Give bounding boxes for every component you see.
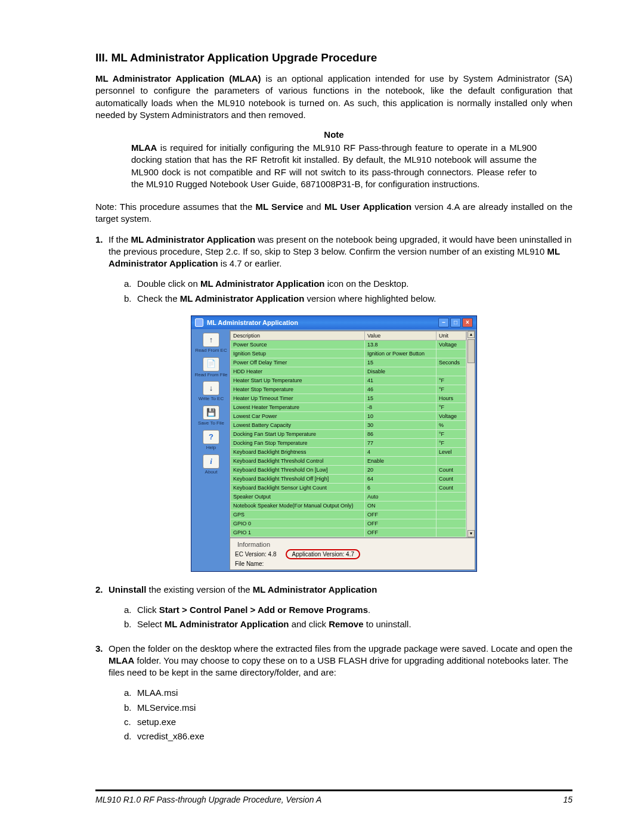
fd-t: vcredist_x86.exe [137, 730, 572, 742]
s1a-pre: Double click on [137, 278, 200, 289]
cell-value[interactable]: ON [365, 501, 436, 510]
cell-unit [436, 456, 466, 465]
table-row[interactable]: Ignition SetupIgnition or Power Button [231, 349, 466, 358]
cell-value[interactable]: Auto [365, 492, 436, 501]
s2b-post: to uninstall. [364, 619, 411, 629]
cell-unit [436, 519, 466, 528]
table-row[interactable]: HDD HeaterDisable [231, 367, 466, 376]
step-2-sublist: a. Click Start > Control Panel > Add or … [109, 604, 572, 631]
cell-description: Speaker Output [231, 492, 365, 501]
procedure-list-continued: 2. Uninstall the existing version of the… [95, 584, 572, 745]
cell-value[interactable]: OFF [365, 528, 436, 537]
cell-description: Heater Up Timeout Timer [231, 394, 365, 402]
table-row[interactable]: Lowest Car Power10Voltage [231, 411, 466, 420]
table-row[interactable]: Heater Up Timeout Timer15Hours [231, 394, 466, 402]
table-row[interactable]: Docking Fan Stop Temperature77°F [231, 438, 466, 447]
cell-value[interactable]: 15 [365, 394, 436, 402]
cell-description: Notebook Speaker Mode(For Manual Output … [231, 501, 365, 510]
table-row[interactable]: GPIO 0OFF [231, 519, 466, 528]
table-row[interactable]: Notebook Speaker Mode(For Manual Output … [231, 501, 466, 510]
cell-value[interactable]: 30 [365, 420, 436, 429]
cell-unit: Level [436, 447, 466, 456]
table-row[interactable]: Lowest Battery Capacity30% [231, 420, 466, 429]
step-1: 1. If the ML Administrator Application w… [95, 234, 572, 307]
table-row[interactable]: Lowest Heater Temperature-8°F [231, 402, 466, 411]
table-row[interactable]: Heater Stop Temperature46°F [231, 385, 466, 394]
cell-unit: Count [436, 474, 466, 483]
table-row[interactable]: Keyboard Backlight Threshold Off [High]6… [231, 474, 466, 483]
cell-value[interactable]: 13.8 [365, 340, 436, 349]
ec-version-label: EC Version: 4.8 [235, 551, 276, 558]
cell-value[interactable]: Ignition or Power Button [365, 349, 436, 358]
read-from-ec-label: Read From EC [195, 348, 227, 354]
step-1-content: If the ML Administrator Application was … [109, 234, 572, 307]
save-icon: 💾 [203, 405, 219, 420]
cell-value[interactable]: -8 [365, 402, 436, 411]
s2a-post: . [368, 605, 370, 615]
table-row[interactable]: Power Source13.8Voltage [231, 340, 466, 349]
cell-value[interactable]: 15 [365, 358, 436, 367]
scroll-thumb[interactable] [467, 339, 475, 363]
document-page: III. ML Administrator Application Upgrad… [0, 0, 644, 833]
arrow-up-icon: ↑ [203, 333, 219, 347]
cell-value[interactable]: Disable [365, 367, 436, 376]
table-row[interactable]: Keyboard Backlight Sensor Light Count6Co… [231, 483, 466, 492]
table-row[interactable]: Keyboard Backlight Threshold ControlEnab… [231, 456, 466, 465]
step-3: 3. Open the folder on the desktop where … [95, 643, 572, 745]
write-to-ec-button[interactable]: ↓ Write To EC [199, 381, 224, 402]
intro-paragraph: ML Administrator Application (MLAA) is a… [95, 73, 572, 121]
cell-value[interactable]: 77 [365, 438, 436, 447]
cell-unit: Count [436, 465, 466, 474]
table-row[interactable]: Heater Start Up Temperature41°F [231, 376, 466, 385]
vertical-scrollbar[interactable]: ▴ ▾ [466, 331, 475, 537]
cell-value[interactable]: 46 [365, 385, 436, 394]
cell-value[interactable]: 4 [365, 447, 436, 456]
s1b-pre: Check the [137, 293, 180, 304]
save-to-file-label: Save To File [198, 421, 224, 426]
cell-value[interactable]: OFF [365, 519, 436, 528]
file-d: d.vcredist_x86.exe [124, 730, 572, 742]
info-icon: i [203, 454, 219, 469]
read-from-file-button[interactable]: 📄 Read From File [194, 357, 227, 378]
cell-unit: Voltage [436, 340, 466, 349]
cell-value[interactable]: 64 [365, 474, 436, 483]
read-from-file-label: Read From File [194, 373, 227, 378]
cell-value[interactable]: 86 [365, 429, 436, 438]
table-row[interactable]: GPSOFF [231, 510, 466, 519]
table-row[interactable]: Speaker OutputAuto [231, 492, 466, 501]
step-2-number: 2. [95, 584, 109, 633]
cell-value[interactable]: OFF [365, 510, 436, 519]
about-button[interactable]: i About [203, 454, 219, 475]
read-from-ec-button[interactable]: ↑ Read From EC [195, 333, 227, 354]
s2b-mid: and click [289, 619, 329, 629]
table-row[interactable]: GPIO 1OFF [231, 528, 466, 537]
minimize-button[interactable]: – [438, 318, 449, 327]
maximize-button[interactable]: □ [450, 318, 461, 327]
col-value[interactable]: Value [365, 331, 436, 340]
scroll-down-icon[interactable]: ▾ [467, 530, 475, 537]
step-2-content: Uninstall the existing version of the ML… [109, 584, 572, 633]
table-row[interactable]: Docking Fan Start Up Temperature86°F [231, 429, 466, 438]
col-description[interactable]: Description [231, 331, 365, 340]
table-row[interactable]: Power Off Delay Timer15Seconds [231, 358, 466, 367]
footer-row: ML910 R1.0 RF Pass-through Upgrade Proce… [95, 795, 572, 804]
s3-pre: Open the folder on the desktop where the… [109, 643, 572, 654]
close-button[interactable]: × [462, 318, 473, 327]
cell-value[interactable]: 20 [365, 465, 436, 474]
col-unit[interactable]: Unit [436, 331, 466, 340]
cell-value[interactable]: Enable [365, 456, 436, 465]
procedure-list: 1. If the ML Administrator Application w… [95, 234, 572, 307]
s1-post: is 4.7 or earlier. [218, 258, 282, 268]
s2b-b1: ML Administrator Application [165, 619, 289, 629]
cell-unit: °F [436, 376, 466, 385]
save-to-file-button[interactable]: 💾 Save To File [198, 405, 224, 426]
cell-value[interactable]: 10 [365, 411, 436, 420]
help-button[interactable]: ? Help [203, 430, 219, 451]
file-c: c.setup.exe [124, 716, 572, 728]
scroll-up-icon[interactable]: ▴ [467, 331, 475, 338]
cell-value[interactable]: 6 [365, 483, 436, 492]
s1-b1: ML Administrator Application [131, 234, 256, 244]
table-row[interactable]: Keyboard Backlight Brightness4Level [231, 447, 466, 456]
cell-value[interactable]: 41 [365, 376, 436, 385]
table-row[interactable]: Keyboard Backlight Threshold On [Low]20C… [231, 465, 466, 474]
